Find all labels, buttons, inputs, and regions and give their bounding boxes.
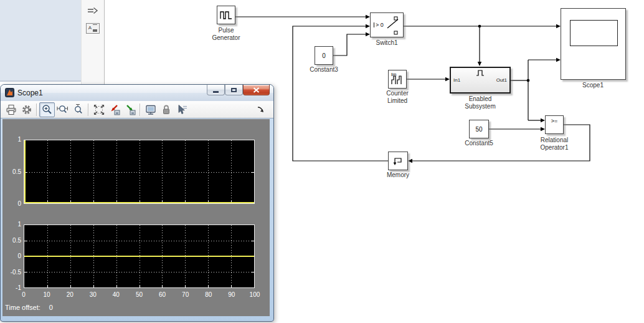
block-label: Switch1: [353, 39, 421, 47]
tick-label: 1: [17, 221, 21, 228]
tick-label: 1: [17, 136, 21, 143]
titlebar[interactable]: Scope1: [1, 85, 273, 102]
floating-scope-icon: [144, 104, 157, 116]
upper-y-tick-labels: 10.50: [2, 136, 21, 208]
outport-label: Out1: [496, 77, 507, 83]
counter-limited-block[interactable]: lim: [388, 70, 407, 89]
save-axes-icon: [108, 104, 121, 116]
scope-axes-lower[interactable]: [24, 224, 255, 288]
close-button[interactable]: [243, 85, 270, 95]
time-offset-status: Time offset:0: [5, 304, 53, 311]
tick-label: 80: [201, 291, 217, 298]
tick-label: 70: [178, 291, 194, 298]
tick-label: 0: [17, 200, 21, 208]
tick-label: 20: [62, 291, 78, 298]
tick-label: 50: [131, 291, 147, 298]
scope-screen-icon: [570, 20, 618, 46]
window-controls: [207, 85, 270, 95]
block-label: Scope1: [559, 82, 627, 89]
x-tick-labels: 0102030405060708090100: [16, 291, 263, 298]
lock-axes-button[interactable]: [158, 102, 174, 117]
scope-body: 10.50 10.50-0.5-1 0102030405060708090100…: [1, 118, 273, 321]
toolbar-separator: [140, 104, 141, 116]
tick-label: 0.5: [12, 168, 21, 176]
toolbar-separator: [36, 104, 37, 116]
trace-lower-signal: [24, 256, 254, 257]
block-label: Memory: [364, 171, 432, 179]
scope-window: Scope1: [0, 84, 274, 322]
floating-scope-button[interactable]: [143, 102, 158, 117]
annotation-icon[interactable]: A: [86, 22, 100, 34]
hide-browser-arrow-icon[interactable]: [86, 5, 100, 16]
print-icon: [5, 104, 17, 116]
tick-label: 0: [16, 291, 32, 298]
window-title: Scope1: [17, 89, 43, 97]
enabled-subsystem-block[interactable]: In1 Out1: [450, 67, 511, 94]
zoom-y-icon: [72, 104, 85, 116]
signal-selection-icon: [176, 104, 188, 116]
time-offset-value: 0: [49, 304, 53, 311]
tick-label: 10: [39, 291, 55, 298]
block-label: Constant3: [290, 66, 358, 74]
autoscale-button[interactable]: [91, 102, 107, 117]
pulse-wave-icon: [219, 9, 233, 21]
scope-axes-upper[interactable]: [24, 140, 255, 204]
constant3-block[interactable]: 0: [315, 46, 333, 65]
annotation-lines: [93, 24, 97, 29]
lock-icon: [160, 104, 173, 116]
tick-label: 90: [224, 291, 240, 298]
scope-toolbar: [1, 101, 273, 118]
trace-initial-segment: [24, 140, 26, 203]
parameters-button[interactable]: [19, 102, 34, 117]
dock-arrow-icon: [257, 105, 265, 113]
restore-axes-button[interactable]: [122, 102, 138, 117]
gridline: [24, 172, 254, 173]
relational-operator-block[interactable]: >=: [545, 115, 564, 134]
gear-icon: [21, 104, 33, 116]
palette-toolbar: A: [81, 0, 105, 84]
trace-upper-signal: [24, 202, 254, 203]
model-browser-panel: [0, 0, 81, 82]
memory-block[interactable]: [388, 152, 408, 170]
tick-label: 60: [154, 291, 171, 298]
maximize-button[interactable]: [225, 85, 243, 95]
gridline: [24, 241, 254, 241]
autoscale-icon: [93, 104, 105, 116]
lower-y-tick-labels: 10.50-0.5-1: [2, 221, 21, 292]
save-axes-button[interactable]: [107, 102, 122, 117]
block-label: Pulse Generator: [192, 27, 260, 42]
tick-label: 30: [85, 291, 101, 298]
switch-block[interactable]: > 0: [370, 12, 404, 37]
switch-icon: [371, 13, 404, 38]
relational-operator-symbol: >=: [546, 118, 563, 124]
tick-label: -0.5: [11, 269, 21, 276]
block-label: Constant5: [445, 140, 513, 147]
zoom-x-button[interactable]: [55, 102, 70, 117]
simulink-editor: A: [0, 0, 644, 323]
pulse-generator-block[interactable]: [217, 6, 235, 24]
enable-port-icon: [475, 69, 486, 77]
block-label: Enabled Subsystem: [446, 95, 514, 110]
memory-icon: [392, 155, 404, 167]
toolbar-separator: [88, 104, 89, 116]
zoom-button[interactable]: [39, 102, 55, 117]
constant5-block[interactable]: 50: [469, 120, 489, 138]
signal-selection-button[interactable]: [174, 102, 189, 117]
scope-display-area: 10.50 10.50-0.5-1 0102030405060708090100…: [2, 119, 270, 316]
zoom-icon: [41, 104, 54, 116]
print-button[interactable]: [3, 102, 19, 117]
inport-label: In1: [453, 77, 460, 83]
dock-scope-button[interactable]: [253, 102, 268, 117]
zoom-y-button[interactable]: [70, 102, 86, 117]
simulink-scope-icon: [5, 88, 14, 97]
counter-icon: lim: [390, 72, 405, 87]
zoom-x-icon: [57, 104, 69, 116]
minimize-button[interactable]: [207, 85, 225, 95]
tick-label: 0: [17, 253, 21, 260]
gridline: [24, 272, 254, 272]
tick-label: 100: [247, 291, 263, 298]
block-label: Relational Operator1: [520, 137, 589, 152]
annotation-letter: A: [88, 26, 92, 31]
tick-label: 40: [108, 291, 124, 298]
scope-block[interactable]: [561, 8, 626, 80]
